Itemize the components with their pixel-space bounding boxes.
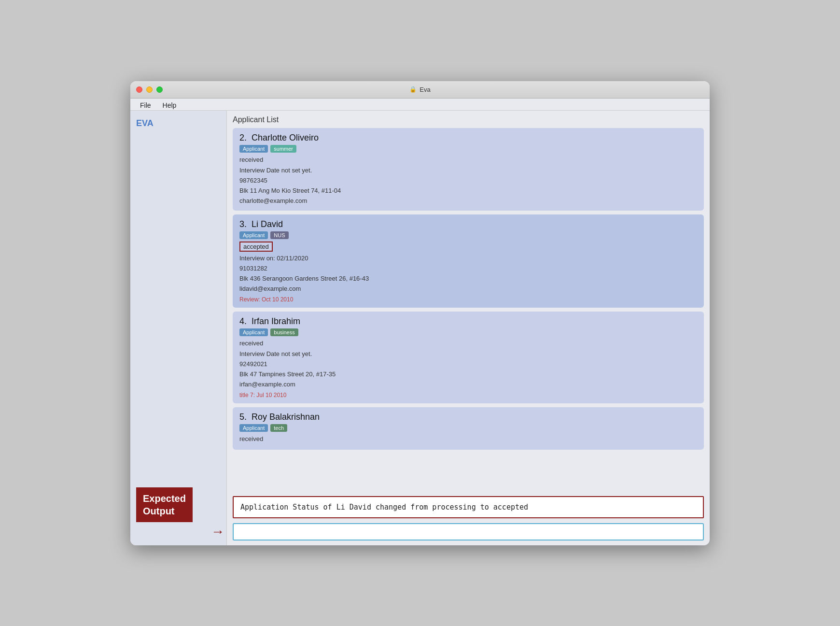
status-charlotte: received — [239, 155, 697, 165]
content-area: EVA Expected Output → Applicant List — [130, 111, 710, 545]
email-lidavid: lidavid@example.com — [239, 284, 697, 294]
close-button[interactable] — [136, 86, 142, 93]
address-charlotte: Blk 11 Ang Mo Kio Street 74, #11-04 — [239, 186, 697, 196]
traffic-lights — [136, 86, 163, 93]
menu-bar: File Help — [130, 99, 710, 111]
tag-row-charlotte: Applicant summer — [239, 145, 697, 153]
applicant-card-charlotte[interactable]: 2. Charlotte Oliveiro Applicant summer r… — [233, 128, 704, 211]
lock-icon: 🔒 — [409, 86, 417, 93]
status-roy: received — [239, 434, 697, 444]
tag-applicant-lidavid: Applicant — [239, 231, 268, 239]
arrow-container: → — [136, 524, 221, 540]
command-input[interactable] — [233, 523, 704, 541]
tag-nus-lidavid: NUS — [270, 231, 288, 239]
phone-irfan: 92492021 — [239, 359, 697, 370]
output-box: Application Status of Li David changed f… — [233, 496, 704, 518]
sidebar-logo: EVA — [136, 118, 221, 128]
status-accepted-lidavid: accepted — [239, 242, 273, 252]
applicant-name-lidavid: 3. Li David — [239, 219, 697, 229]
applicant-name-irfan: 4. Irfan Ibrahim — [239, 316, 697, 327]
tag-row-irfan: Applicant business — [239, 328, 697, 336]
section-title: Applicant List — [233, 115, 704, 124]
applicant-card-roy[interactable]: 5. Roy Balakrishnan Applicant tech recei… — [233, 407, 704, 450]
tag-tech-roy: tech — [270, 424, 287, 432]
interview-charlotte: Interview Date not set yet. — [239, 166, 697, 176]
applicant-name-charlotte: 2. Charlotte Oliveiro — [239, 133, 697, 143]
title-text: Eva — [420, 86, 430, 93]
review-lidavid: Review: Oct 10 2010 — [239, 296, 697, 303]
tag-row-lidavid: Applicant NUS — [239, 231, 697, 239]
menu-help[interactable]: Help — [161, 100, 179, 110]
status-irfan: received — [239, 339, 697, 349]
interview-irfan: Interview Date not set yet. — [239, 349, 697, 359]
tag-summer-charlotte: summer — [270, 145, 296, 153]
menu-file[interactable]: File — [138, 100, 153, 110]
main-content: Applicant List 2. Charlotte Oliveiro App… — [227, 111, 710, 545]
expected-output-label: Expected Output — [136, 487, 193, 522]
expected-output-section: Expected Output → — [136, 480, 221, 540]
expected-label-line2: Output — [143, 506, 175, 516]
expected-output-row: Expected Output — [136, 487, 221, 522]
window-title: 🔒 Eva — [409, 86, 430, 93]
main-window: 🔒 Eva File Help EVA Expected Output → — [130, 81, 710, 545]
phone-charlotte: 98762345 — [239, 176, 697, 186]
applicant-name-roy: 5. Roy Balakrishnan — [239, 412, 697, 422]
tag-applicant-charlotte: Applicant — [239, 145, 268, 153]
minimize-button[interactable] — [146, 86, 153, 93]
phone-lidavid: 91031282 — [239, 264, 697, 274]
expected-label-line1: Expected — [143, 493, 186, 504]
address-lidavid: Blk 436 Serangoon Gardens Street 26, #16… — [239, 274, 697, 284]
tag-applicant-irfan: Applicant — [239, 328, 268, 336]
applicant-list: 2. Charlotte Oliveiro Applicant summer r… — [233, 128, 704, 490]
arrow-icon: → — [211, 524, 224, 540]
interview-lidavid: Interview on: 02/11/2020 — [239, 254, 697, 264]
email-irfan: irfan@example.com — [239, 380, 697, 390]
applicant-card-irfan[interactable]: 4. Irfan Ibrahim Applicant business rece… — [233, 312, 704, 403]
sidebar: EVA Expected Output → — [130, 111, 227, 545]
title-bar: 🔒 Eva — [130, 81, 710, 99]
email-charlotte: charlotte@example.com — [239, 196, 697, 206]
tag-applicant-roy: Applicant — [239, 424, 268, 432]
address-irfan: Blk 47 Tampines Street 20, #17-35 — [239, 370, 697, 380]
tag-business-irfan: business — [270, 328, 298, 336]
tag-row-roy: Applicant tech — [239, 424, 697, 432]
title-irfan: title 7: Jul 10 2010 — [239, 392, 697, 398]
applicant-card-lidavid[interactable]: 3. Li David Applicant NUS accepted Inter… — [233, 214, 704, 307]
maximize-button[interactable] — [156, 86, 163, 93]
